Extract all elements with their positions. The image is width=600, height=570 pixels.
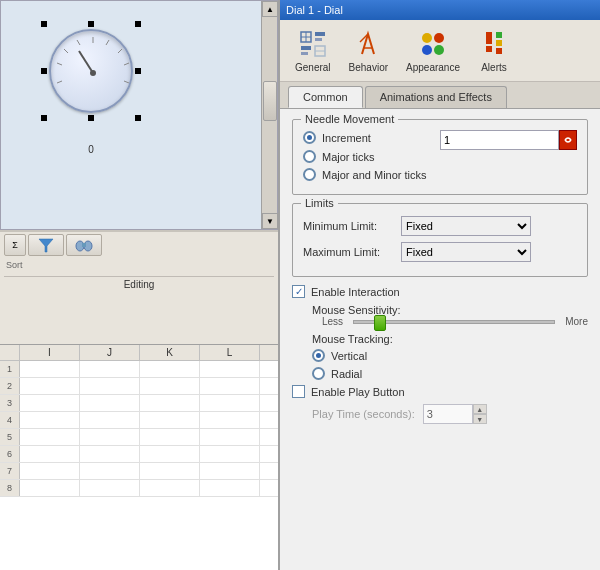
dial-widget[interactable]: 0 [31, 21, 151, 151]
behavior-icon [352, 28, 384, 60]
appearance-button[interactable]: Appearance [399, 24, 467, 77]
major-ticks-radio[interactable] [303, 150, 316, 163]
spreadsheet-grid: I J K L 1 2 3 4 5 6 7 8 [0, 345, 278, 570]
handle-tc[interactable] [88, 21, 94, 27]
handle-bc[interactable] [88, 115, 94, 121]
svg-line-5 [64, 49, 68, 53]
mouse-sensitivity-label-row: Mouse Sensitivity: [312, 304, 588, 316]
major-minor-ticks-radio[interactable] [303, 168, 316, 181]
svg-line-6 [57, 63, 62, 65]
spin-down-button[interactable]: ▼ [473, 414, 487, 424]
handle-tl[interactable] [41, 21, 47, 27]
scroll-thumb[interactable] [263, 81, 277, 121]
vertical-row: Vertical [312, 349, 588, 362]
tab-common[interactable]: Common [288, 86, 363, 108]
play-time-value: 3 [427, 408, 433, 420]
interaction-options: Mouse Sensitivity: Less More Mouse Track… [292, 304, 588, 380]
col-header-k: K [140, 345, 200, 360]
handle-br[interactable] [135, 115, 141, 121]
general-button[interactable]: General [288, 24, 338, 77]
major-minor-ticks-label: Major and Minor ticks [322, 169, 427, 181]
major-minor-ticks-row: Major and Minor ticks [303, 168, 577, 181]
sort-filter-button[interactable] [28, 234, 64, 256]
svg-point-10 [90, 70, 96, 76]
svg-rect-20 [301, 46, 311, 50]
handle-mr[interactable] [135, 68, 141, 74]
radial-label: Radial [331, 368, 362, 380]
enable-interaction-row: Enable Interaction [292, 285, 588, 298]
needle-movement-title: Needle Movement [301, 113, 398, 125]
table-row: 6 [0, 446, 278, 463]
svg-line-4 [77, 40, 80, 45]
svg-marker-11 [39, 239, 53, 252]
dial-svg [51, 31, 133, 113]
needle-movement-section: Needle Movement Increment [292, 119, 588, 195]
sort-label: Sort [6, 260, 23, 270]
handle-tr[interactable] [135, 21, 141, 27]
major-ticks-label: Major ticks [322, 151, 375, 163]
max-limit-dropdown[interactable]: Fixed Dynamic [401, 242, 531, 262]
svg-rect-19 [315, 38, 322, 41]
enable-play-row: Enable Play Button [292, 385, 588, 398]
svg-line-3 [124, 63, 129, 65]
play-time-row: Play Time (seconds): 3 ▲ ▼ [292, 404, 588, 424]
alerts-label: Alerts [481, 62, 507, 73]
col-header-l: L [200, 345, 260, 360]
radial-row: Radial [312, 367, 588, 380]
handle-bl[interactable] [41, 115, 47, 121]
enable-play-checkbox[interactable] [292, 385, 305, 398]
table-row: 1 [0, 361, 278, 378]
vertical-radio[interactable] [312, 349, 325, 362]
sensitivity-slider-track [353, 320, 555, 324]
min-limit-row: Minimum Limit: Fixed Dynamic [303, 216, 577, 236]
col-header-j: J [80, 345, 140, 360]
svg-rect-18 [315, 32, 325, 36]
play-time-spinner: 3 ▲ ▼ [423, 404, 487, 424]
increment-value-input[interactable] [440, 130, 559, 150]
svg-line-7 [124, 81, 129, 83]
scroll-down-button[interactable]: ▼ [262, 213, 278, 229]
max-limit-row: Maximum Limit: Fixed Dynamic [303, 242, 577, 262]
sigma-button[interactable]: Σ [4, 234, 26, 256]
binoculars-icon [75, 236, 93, 254]
behavior-button[interactable]: Behavior [342, 24, 395, 77]
alerts-button[interactable]: Alerts [471, 24, 517, 77]
increment-label: Increment [322, 132, 371, 144]
vertical-scrollbar[interactable]: ▲ ▼ [261, 1, 277, 229]
sensitivity-slider-thumb[interactable] [374, 315, 386, 331]
mouse-sensitivity-slider-container: Less More [312, 316, 588, 327]
max-limit-label: Maximum Limit: [303, 246, 393, 258]
link-icon [563, 135, 573, 145]
grid-header: I J K L [0, 345, 278, 361]
title-bar: Dial 1 - Dial [280, 0, 600, 20]
find-select-button[interactable] [66, 234, 102, 256]
increment-link-button[interactable] [559, 130, 577, 150]
enable-interaction-checkbox[interactable] [292, 285, 305, 298]
limits-title: Limits [301, 197, 338, 209]
svg-point-26 [434, 33, 444, 43]
min-limit-dropdown[interactable]: Fixed Dynamic [401, 216, 531, 236]
spin-up-button[interactable]: ▲ [473, 404, 487, 414]
filter-icon [37, 236, 55, 254]
svg-rect-30 [486, 46, 492, 52]
tab-animations-effects[interactable]: Animations and Effects [365, 86, 507, 108]
major-ticks-row: Major ticks [303, 150, 577, 163]
handle-ml[interactable] [41, 68, 47, 74]
svg-rect-33 [496, 48, 502, 54]
right-panel: Dial 1 - Dial General [278, 0, 600, 570]
radial-radio[interactable] [312, 367, 325, 380]
increment-radio[interactable] [303, 131, 316, 144]
table-row: 7 [0, 463, 278, 480]
general-label: General [295, 62, 331, 73]
scroll-up-button[interactable]: ▲ [262, 1, 278, 17]
play-time-input[interactable]: 3 [423, 404, 473, 424]
svg-rect-14 [82, 243, 86, 247]
mouse-sensitivity-label: Mouse Sensitivity: [312, 304, 401, 316]
table-row: 3 [0, 395, 278, 412]
min-limit-label: Minimum Limit: [303, 220, 393, 232]
col-header-i: I [20, 345, 80, 360]
table-row: 5 [0, 429, 278, 446]
vertical-label: Vertical [331, 350, 367, 362]
content-area: Needle Movement Increment [280, 109, 600, 434]
appearance-icon [417, 28, 449, 60]
